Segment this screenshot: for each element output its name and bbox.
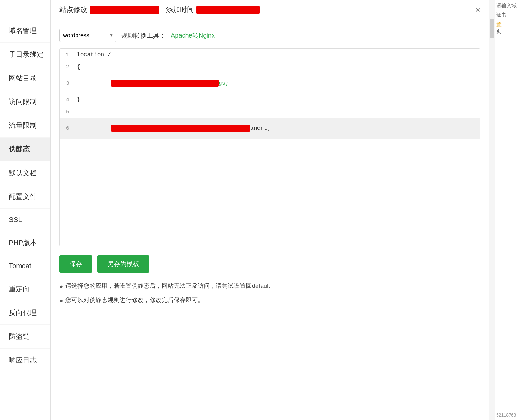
line6-suffix: anent; (250, 125, 271, 131)
sidebar-item-domain[interactable]: 域名管理 (0, 19, 50, 43)
sidebar-item-response-log[interactable]: 响应日志 (0, 349, 50, 372)
code-line-3: 3 gs; (60, 73, 480, 94)
page-label: 页 (496, 28, 519, 35)
app-dropdown[interactable]: wordpress default typecho discuz thinkph… (59, 29, 116, 42)
footer-number: 52118763 (496, 412, 519, 417)
sidebar-item-subdirectory[interactable]: 子目录绑定 (0, 43, 50, 66)
buttons-row: 保存 另存为模板 (59, 255, 480, 273)
code-line-2: 2 { (60, 61, 480, 73)
code-line-4: 4 } (60, 94, 480, 106)
title-text: 站点修改 - 添加时间 (59, 5, 260, 15)
sidebar-item-ssl[interactable]: SSL (0, 209, 50, 231)
sidebar-item-default-doc[interactable]: 默认文档 (0, 161, 50, 185)
sidebar-item-tomcat[interactable]: Tomcat (0, 255, 50, 277)
sidebar-item-config-file[interactable]: 配置文件 (0, 185, 50, 209)
code-line-6: 6 anent; (60, 118, 480, 139)
line-content-3: gs; (74, 73, 480, 93)
cert-label: 证书 (496, 12, 519, 18)
app-dropdown-wrapper: wordpress default typecho discuz thinkph… (59, 29, 116, 42)
main-content: 站点修改 - 添加时间 × wordpress default typecho … (51, 0, 489, 420)
line-num-2: 2 (60, 64, 74, 70)
scroll-thumb[interactable] (490, 19, 494, 38)
close-button[interactable]: × (475, 6, 480, 14)
title-redacted-1 (90, 6, 159, 14)
sidebar-item-php-version[interactable]: PHP版本 (0, 231, 50, 255)
line-num-3: 3 (60, 80, 74, 86)
title-separator: - 添加时间 (162, 5, 194, 15)
line-content-4: } (74, 96, 480, 103)
title-redacted-2 (196, 6, 260, 14)
orange-label: 置 (496, 21, 519, 28)
far-right-input-label: 请输入域 (496, 3, 519, 9)
sidebar-item-reverse-proxy[interactable]: 反向代理 (0, 301, 50, 325)
line-num-4: 4 (60, 97, 74, 103)
line-content-6: anent; (74, 118, 480, 138)
title-bar: 站点修改 - 添加时间 × (51, 0, 489, 20)
far-right-panel: 请输入域 证书 置 页 52118763 (495, 0, 520, 420)
right-scrollbar[interactable] (489, 0, 495, 420)
title-prefix: 站点修改 (59, 5, 87, 15)
sidebar-item-webroot[interactable]: 网站目录 (0, 66, 50, 90)
code-editor-empty-space (60, 139, 480, 246)
sidebar-item-redirect[interactable]: 重定向 (0, 277, 50, 301)
note-item-1: ● 请选择您的应用，若设置伪静态后，网站无法正常访问，请尝试设置回default (59, 281, 480, 291)
line3-redacted (111, 80, 219, 87)
code-line-1: 1 location / (60, 49, 480, 61)
sidebar-item-pseudo-static[interactable]: 伪静态 (0, 138, 50, 161)
sidebar-item-hotlink-protect[interactable]: 防盗链 (0, 325, 50, 349)
note-bullet-1: ● (59, 282, 63, 291)
note-bullet-2: ● (59, 296, 63, 306)
code-line-5: 5 (60, 106, 480, 118)
sidebar-item-access-limit[interactable]: 访问限制 (0, 90, 50, 114)
content-area: wordpress default typecho discuz thinkph… (51, 20, 489, 420)
line-num-6: 6 (60, 125, 74, 131)
note-text-1: 请选择您的应用，若设置伪静态后，网站无法正常访问，请尝试设置回default (65, 281, 270, 291)
line-num-5: 5 (60, 109, 74, 115)
note-item-2: ● 您可以对伪静态规则进行修改，修改完后保存即可。 (59, 296, 480, 306)
toolbar-row: wordpress default typecho discuz thinkph… (59, 29, 480, 42)
rule-converter-link[interactable]: Apache转Nginx (171, 31, 215, 40)
line-content-2: { (74, 64, 480, 70)
notes-area: ● 请选择您的应用，若设置伪静态后，网站无法正常访问，请尝试设置回default… (59, 281, 480, 317)
code-editor[interactable]: 1 location / 2 { 3 gs; 4 } 5 (59, 48, 480, 246)
sidebar-item-traffic-limit[interactable]: 流量限制 (0, 114, 50, 138)
save-as-template-button[interactable]: 另存为模板 (97, 255, 149, 273)
save-button[interactable]: 保存 (59, 255, 92, 273)
line-content-1: location / (74, 52, 480, 58)
note-text-2: 您可以对伪静态规则进行修改，修改完后保存即可。 (65, 296, 204, 305)
line6-redacted (111, 125, 250, 132)
sidebar: 域名管理 子目录绑定 网站目录 访问限制 流量限制 伪静态 默认文档 配置文件 … (0, 0, 51, 420)
line3-suffix: gs; (219, 80, 229, 86)
rule-converter-label: 规则转换工具： (121, 31, 166, 40)
line-num-1: 1 (60, 52, 74, 58)
